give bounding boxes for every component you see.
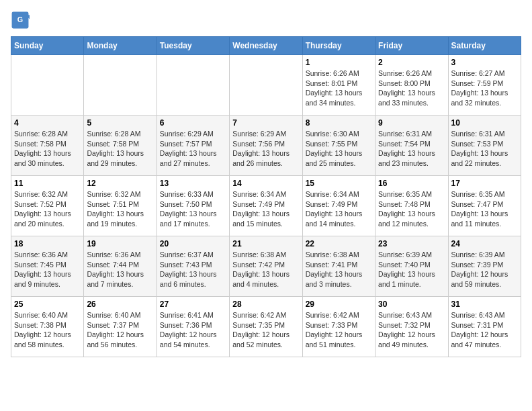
day-number: 11 xyxy=(14,179,81,188)
day-number: 23 xyxy=(378,239,445,248)
calendar-cell: 4Sunrise: 6:28 AMSunset: 7:58 PMDaylight… xyxy=(11,116,84,176)
day-info: Sunrise: 6:42 AMSunset: 7:35 PMDaylight:… xyxy=(232,310,299,350)
day-number: 14 xyxy=(232,179,299,188)
week-row-1: 4Sunrise: 6:28 AMSunset: 7:58 PMDaylight… xyxy=(11,116,521,176)
day-header-wednesday: Wednesday xyxy=(230,37,302,55)
day-info: Sunrise: 6:43 AMSunset: 7:31 PMDaylight:… xyxy=(451,310,518,350)
day-info: Sunrise: 6:40 AMSunset: 7:37 PMDaylight:… xyxy=(87,310,153,350)
calendar-cell: 29Sunrise: 6:42 AMSunset: 7:33 PMDayligh… xyxy=(302,297,375,357)
calendar-cell: 30Sunrise: 6:43 AMSunset: 7:32 PMDayligh… xyxy=(375,297,448,357)
calendar-cell: 25Sunrise: 6:40 AMSunset: 7:38 PMDayligh… xyxy=(11,297,84,357)
page-header: G xyxy=(11,11,521,30)
day-number: 25 xyxy=(14,300,81,309)
header-row: SundayMondayTuesdayWednesdayThursdayFrid… xyxy=(11,37,521,55)
day-info: Sunrise: 6:35 AMSunset: 7:47 PMDaylight:… xyxy=(451,189,518,229)
day-info: Sunrise: 6:36 AMSunset: 7:44 PMDaylight:… xyxy=(87,250,153,289)
calendar-table: SundayMondayTuesdayWednesdayThursdayFrid… xyxy=(11,36,521,357)
day-header-saturday: Saturday xyxy=(448,37,521,55)
day-number: 24 xyxy=(451,239,518,248)
day-info: Sunrise: 6:28 AMSunset: 7:58 PMDaylight:… xyxy=(87,129,153,169)
calendar-cell: 17Sunrise: 6:35 AMSunset: 7:47 PMDayligh… xyxy=(448,176,521,236)
calendar-body: 1Sunrise: 6:26 AMSunset: 8:01 PMDaylight… xyxy=(11,55,521,357)
calendar-cell: 31Sunrise: 6:43 AMSunset: 7:31 PMDayligh… xyxy=(448,297,521,357)
day-header-thursday: Thursday xyxy=(302,37,375,55)
day-number: 8 xyxy=(306,118,372,128)
day-info: Sunrise: 6:35 AMSunset: 7:48 PMDaylight:… xyxy=(378,189,445,229)
calendar-cell: 1Sunrise: 6:26 AMSunset: 8:01 PMDaylight… xyxy=(302,55,375,116)
week-row-2: 11Sunrise: 6:32 AMSunset: 7:52 PMDayligh… xyxy=(11,176,521,236)
day-header-friday: Friday xyxy=(375,37,448,55)
calendar-cell: 15Sunrise: 6:34 AMSunset: 7:49 PMDayligh… xyxy=(302,176,375,236)
logo: G xyxy=(11,11,32,30)
day-number: 2 xyxy=(378,58,445,67)
day-number: 7 xyxy=(232,118,299,128)
day-info: Sunrise: 6:34 AMSunset: 7:49 PMDaylight:… xyxy=(232,189,299,229)
day-number: 29 xyxy=(306,300,372,309)
week-row-4: 25Sunrise: 6:40 AMSunset: 7:38 PMDayligh… xyxy=(11,297,521,357)
day-number: 6 xyxy=(160,118,226,128)
day-number: 4 xyxy=(14,118,81,128)
day-number: 13 xyxy=(160,179,226,188)
day-info: Sunrise: 6:32 AMSunset: 7:52 PMDaylight:… xyxy=(14,189,81,229)
day-number: 16 xyxy=(378,179,445,188)
week-row-3: 18Sunrise: 6:36 AMSunset: 7:45 PMDayligh… xyxy=(11,236,521,297)
day-number: 15 xyxy=(306,179,372,188)
day-number: 18 xyxy=(14,239,81,248)
day-info: Sunrise: 6:31 AMSunset: 7:54 PMDaylight:… xyxy=(378,129,445,169)
day-info: Sunrise: 6:28 AMSunset: 7:58 PMDaylight:… xyxy=(14,129,81,169)
day-header-monday: Monday xyxy=(84,37,157,55)
day-number: 27 xyxy=(160,300,226,309)
calendar-cell: 3Sunrise: 6:27 AMSunset: 7:59 PMDaylight… xyxy=(448,55,521,116)
day-info: Sunrise: 6:39 AMSunset: 7:39 PMDaylight:… xyxy=(451,250,518,289)
day-info: Sunrise: 6:26 AMSunset: 8:00 PMDaylight:… xyxy=(378,68,445,108)
day-info: Sunrise: 6:37 AMSunset: 7:43 PMDaylight:… xyxy=(160,250,226,289)
calendar-cell: 27Sunrise: 6:41 AMSunset: 7:36 PMDayligh… xyxy=(157,297,229,357)
day-info: Sunrise: 6:41 AMSunset: 7:36 PMDaylight:… xyxy=(160,310,226,350)
calendar-cell: 28Sunrise: 6:42 AMSunset: 7:35 PMDayligh… xyxy=(230,297,302,357)
day-info: Sunrise: 6:43 AMSunset: 7:32 PMDaylight:… xyxy=(378,310,445,350)
day-info: Sunrise: 6:42 AMSunset: 7:33 PMDaylight:… xyxy=(306,310,372,350)
calendar-cell: 19Sunrise: 6:36 AMSunset: 7:44 PMDayligh… xyxy=(84,236,157,297)
week-row-0: 1Sunrise: 6:26 AMSunset: 8:01 PMDaylight… xyxy=(11,55,521,116)
day-info: Sunrise: 6:36 AMSunset: 7:45 PMDaylight:… xyxy=(14,250,81,289)
calendar-cell: 24Sunrise: 6:39 AMSunset: 7:39 PMDayligh… xyxy=(448,236,521,297)
calendar-cell: 20Sunrise: 6:37 AMSunset: 7:43 PMDayligh… xyxy=(157,236,229,297)
day-number: 1 xyxy=(306,58,372,67)
calendar-cell: 7Sunrise: 6:29 AMSunset: 7:56 PMDaylight… xyxy=(230,116,302,176)
day-number: 28 xyxy=(232,300,299,309)
calendar-cell: 18Sunrise: 6:36 AMSunset: 7:45 PMDayligh… xyxy=(11,236,84,297)
day-info: Sunrise: 6:30 AMSunset: 7:55 PMDaylight:… xyxy=(306,129,372,169)
calendar-cell: 8Sunrise: 6:30 AMSunset: 7:55 PMDaylight… xyxy=(302,116,375,176)
calendar-cell: 13Sunrise: 6:33 AMSunset: 7:50 PMDayligh… xyxy=(157,176,229,236)
day-info: Sunrise: 6:33 AMSunset: 7:50 PMDaylight:… xyxy=(160,189,226,229)
day-info: Sunrise: 6:38 AMSunset: 7:42 PMDaylight:… xyxy=(232,250,299,289)
day-number: 3 xyxy=(451,58,518,67)
day-number: 10 xyxy=(451,118,518,128)
calendar-cell: 11Sunrise: 6:32 AMSunset: 7:52 PMDayligh… xyxy=(11,176,84,236)
day-number: 22 xyxy=(306,239,372,248)
day-number: 30 xyxy=(378,300,445,309)
calendar-cell: 2Sunrise: 6:26 AMSunset: 8:00 PMDaylight… xyxy=(375,55,448,116)
day-number: 5 xyxy=(87,118,153,128)
calendar-cell: 26Sunrise: 6:40 AMSunset: 7:37 PMDayligh… xyxy=(84,297,157,357)
calendar-cell xyxy=(230,55,302,116)
day-info: Sunrise: 6:31 AMSunset: 7:53 PMDaylight:… xyxy=(451,129,518,169)
day-info: Sunrise: 6:39 AMSunset: 7:40 PMDaylight:… xyxy=(378,250,445,289)
calendar-cell: 14Sunrise: 6:34 AMSunset: 7:49 PMDayligh… xyxy=(230,176,302,236)
day-number: 12 xyxy=(87,179,153,188)
day-number: 31 xyxy=(451,300,518,309)
logo-icon: G xyxy=(11,11,30,30)
calendar-cell: 5Sunrise: 6:28 AMSunset: 7:58 PMDaylight… xyxy=(84,116,157,176)
calendar-cell: 10Sunrise: 6:31 AMSunset: 7:53 PMDayligh… xyxy=(448,116,521,176)
day-number: 9 xyxy=(378,118,445,128)
calendar-cell: 16Sunrise: 6:35 AMSunset: 7:48 PMDayligh… xyxy=(375,176,448,236)
calendar-cell: 9Sunrise: 6:31 AMSunset: 7:54 PMDaylight… xyxy=(375,116,448,176)
svg-text:G: G xyxy=(17,15,23,24)
day-number: 21 xyxy=(232,239,299,248)
calendar-cell: 22Sunrise: 6:38 AMSunset: 7:41 PMDayligh… xyxy=(302,236,375,297)
day-info: Sunrise: 6:32 AMSunset: 7:51 PMDaylight:… xyxy=(87,189,153,229)
day-info: Sunrise: 6:34 AMSunset: 7:49 PMDaylight:… xyxy=(306,189,372,229)
day-info: Sunrise: 6:40 AMSunset: 7:38 PMDaylight:… xyxy=(14,310,81,350)
day-number: 17 xyxy=(451,179,518,188)
day-number: 20 xyxy=(160,239,226,248)
